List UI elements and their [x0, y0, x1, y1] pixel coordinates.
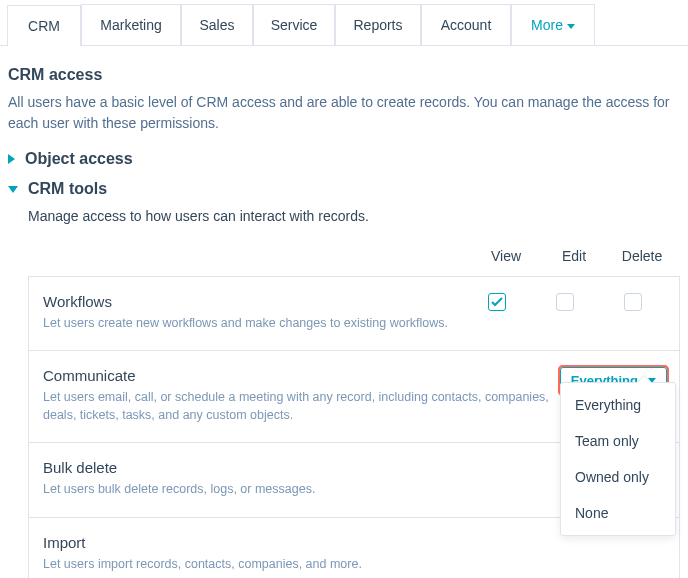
chevron-down-icon — [567, 24, 575, 29]
tab-label: Reports — [353, 17, 402, 33]
option-none[interactable]: None — [561, 495, 675, 531]
object-access-title: Object access — [25, 150, 133, 168]
tab-account[interactable]: Account — [421, 4, 511, 45]
row-title: Workflows — [43, 293, 455, 310]
checkbox-workflows-edit[interactable] — [556, 293, 574, 311]
dropdown-menu: Everything Team only Owned only None — [560, 382, 676, 536]
col-view: View — [472, 248, 540, 264]
chevron-right-icon — [8, 154, 15, 164]
crm-access-section: CRM access All users have a basic level … — [0, 46, 688, 144]
option-team-only[interactable]: Team only — [561, 423, 675, 459]
tab-label: Account — [441, 17, 492, 33]
tab-crm[interactable]: CRM — [7, 5, 81, 46]
tab-more[interactable]: More — [511, 4, 595, 45]
row-subtitle: Let users email, call, or schedule a mee… — [43, 388, 552, 424]
row-title: Import — [43, 534, 667, 551]
crm-tools-desc: Manage access to how users can interact … — [0, 204, 688, 242]
tab-marketing[interactable]: Marketing — [81, 4, 181, 45]
tab-label: Sales — [199, 17, 234, 33]
row-subtitle: Let users import records, contacts, comp… — [43, 555, 667, 573]
chevron-down-icon — [8, 186, 18, 193]
tabs: CRM Marketing Sales Service Reports Acco… — [0, 0, 688, 46]
tab-reports[interactable]: Reports — [335, 4, 421, 45]
tab-sales[interactable]: Sales — [181, 4, 253, 45]
row-subtitle: Let users create new workflows and make … — [43, 314, 455, 332]
tab-label: CRM — [28, 18, 60, 34]
col-edit: Edit — [540, 248, 608, 264]
row-workflows: Workflows Let users create new workflows… — [29, 277, 679, 351]
option-owned-only[interactable]: Owned only — [561, 459, 675, 495]
table-header: View Edit Delete — [28, 242, 680, 276]
row-title: Communicate — [43, 367, 552, 384]
col-delete: Delete — [608, 248, 676, 264]
tab-label: Service — [271, 17, 318, 33]
permissions-table: View Edit Delete Workflows Let users cre… — [0, 242, 688, 578]
crm-tools-title: CRM tools — [28, 180, 107, 198]
checkbox-workflows-view[interactable] — [488, 293, 506, 311]
tab-service[interactable]: Service — [253, 4, 335, 45]
tab-label: More — [531, 17, 563, 33]
checkbox-workflows-delete[interactable] — [624, 293, 642, 311]
crm-tools-expander[interactable]: CRM tools — [0, 174, 688, 204]
crm-access-desc: All users have a basic level of CRM acce… — [8, 92, 680, 134]
crm-access-title: CRM access — [8, 66, 680, 84]
object-access-expander[interactable]: Object access — [0, 144, 688, 174]
tab-label: Marketing — [100, 17, 161, 33]
option-everything[interactable]: Everything — [561, 387, 675, 423]
